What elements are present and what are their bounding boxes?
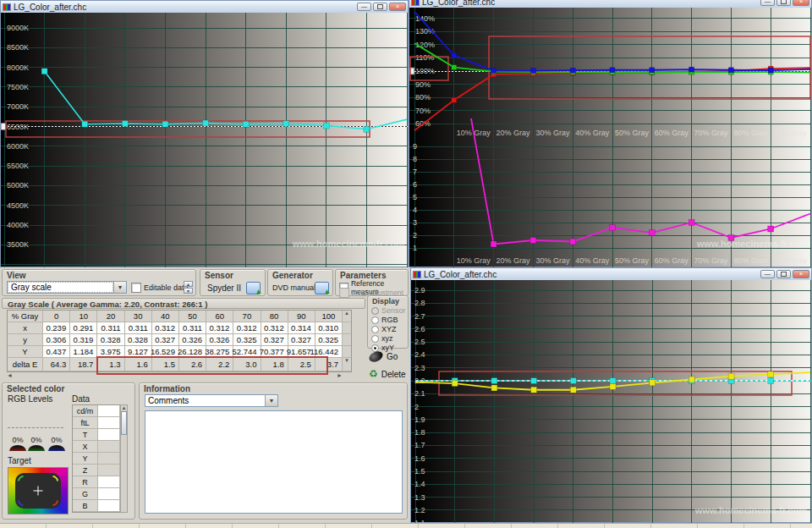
grayscale-cell[interactable]: 0.314 <box>288 322 315 334</box>
grayscale-cell[interactable]: 2.2 <box>206 358 233 371</box>
display-option-rgb[interactable]: RGB <box>371 316 408 324</box>
grayscale-cell[interactable]: 2.6 <box>179 358 206 371</box>
scroll-left-icon[interactable]: ◄ <box>7 372 13 378</box>
grayscale-cell[interactable]: 0.312 <box>206 322 233 334</box>
restore-button[interactable] <box>776 270 791 278</box>
grayscale-cell[interactable]: 1.8 <box>261 358 288 371</box>
grayscale-cell[interactable]: 0.312 <box>261 322 288 334</box>
grayscale-cell[interactable]: 0.312 <box>233 322 261 334</box>
grayscale-cell[interactable]: 3.7 <box>315 358 343 371</box>
grayscale-cell[interactable]: 0.325 <box>315 334 343 346</box>
grayscale-cell[interactable]: 3.975 <box>97 346 124 358</box>
table-scrollbar[interactable] <box>343 346 351 358</box>
grayscale-cell[interactable]: 0.311 <box>125 322 152 334</box>
grayscale-cell[interactable]: 70.377 <box>261 346 288 358</box>
view-dropdown[interactable]: Gray scale ▼ <box>7 281 127 294</box>
grayscale-cell[interactable]: 64.3 <box>43 358 70 371</box>
grayscale-cell[interactable]: 0.326 <box>206 334 233 346</box>
grayscale-cell[interactable]: 0.239 <box>43 322 70 334</box>
axis-label: 90% <box>415 80 431 89</box>
grayscale-table[interactable]: % Gray0102030405060708090100▲x0.2390.291… <box>7 310 352 372</box>
spinner-down-icon[interactable]: ▼ <box>184 288 193 294</box>
spinner-up-icon[interactable]: ▲ <box>184 281 193 287</box>
data-row-value[interactable] <box>98 453 120 465</box>
delete-button[interactable]: ♻ Delete <box>369 369 406 379</box>
display-option-xyz[interactable]: XYZ <box>371 325 408 333</box>
comments-dropdown[interactable]: Comments ▼ <box>145 394 278 407</box>
grayscale-cell[interactable]: 38.275 <box>206 346 233 358</box>
grayscale-cell[interactable]: 0.311 <box>179 322 206 334</box>
close-button[interactable]: × <box>389 3 406 11</box>
grayscale-cell[interactable]: 16.529 <box>152 346 179 358</box>
titlebar[interactable]: LG_Color_after.chc — × <box>1 1 408 14</box>
grayscale-cell[interactable]: 0.325 <box>233 334 261 346</box>
rgb-levels-label: RGB Levels <box>8 394 52 404</box>
grayscale-cell[interactable]: 0.306 <box>43 334 70 346</box>
table-scrollbar[interactable] <box>343 322 351 334</box>
grayscale-cell[interactable]: 1.6 <box>125 358 152 371</box>
grayscale-cell[interactable]: 1.5 <box>152 358 179 371</box>
titlebar[interactable]: LG_Color_after.chc — × <box>411 268 811 281</box>
red-arc-icon <box>45 492 60 508</box>
grayscale-cell[interactable]: 0.327 <box>261 334 288 346</box>
restore-button[interactable] <box>373 3 387 11</box>
table-scrollbar[interactable] <box>343 334 351 346</box>
scroll-right-icon[interactable]: ► <box>337 372 343 378</box>
grayscale-cell[interactable]: 0.328 <box>125 334 152 346</box>
grayscale-cell[interactable]: 0.311 <box>97 322 124 334</box>
grayscale-cell[interactable]: 0.327 <box>288 334 315 346</box>
display-option-xyz[interactable]: xyz <box>371 334 408 343</box>
table-scroll-down-icon[interactable]: ▼ <box>343 358 351 371</box>
comments-textarea[interactable] <box>145 410 403 514</box>
grayscale-cell[interactable]: 0.326 <box>179 334 206 346</box>
grayscale-cell[interactable]: 0.291 <box>70 322 97 334</box>
data-row-value[interactable] <box>98 465 120 476</box>
data-scrollbar[interactable]: ▲ <box>120 404 128 513</box>
chevron-down-icon[interactable]: ▼ <box>113 282 126 293</box>
data-row-value[interactable] <box>98 405 120 417</box>
data-row-label: ftL <box>73 417 98 429</box>
grayscale-cell[interactable]: 26.128 <box>179 346 206 358</box>
data-row-value[interactable] <box>98 476 120 488</box>
rgb-levels-divider <box>8 427 63 428</box>
sensor-config-icon[interactable] <box>246 282 261 294</box>
grayscale-cell[interactable]: 0.312 <box>152 322 179 334</box>
grayscale-cell[interactable]: 2.5 <box>288 358 315 371</box>
axis-label: 2.9 <box>414 286 425 294</box>
grayscale-cell[interactable]: 18.7 <box>70 358 97 371</box>
axis-label: 4 <box>413 206 417 214</box>
generator-config-icon[interactable] <box>315 282 329 294</box>
data-row-value[interactable] <box>98 500 120 512</box>
data-row-value[interactable] <box>98 417 120 429</box>
axis-label: www.homecinema-fr.com <box>292 239 404 249</box>
data-row-value[interactable] <box>98 488 120 500</box>
minimize-button[interactable]: — <box>760 0 775 6</box>
grayscale-cell[interactable]: 0.437 <box>43 346 70 358</box>
data-row-value[interactable] <box>98 441 120 453</box>
grayscale-cell[interactable]: 9.127 <box>125 346 152 358</box>
data-row-value[interactable] <box>98 429 120 441</box>
data-table[interactable]: cd/mftLTXYZRGB <box>72 404 121 513</box>
grayscale-cell[interactable]: 0.319 <box>70 334 97 346</box>
grayscale-cell[interactable]: 1.184 <box>70 346 97 358</box>
view-spinner[interactable]: ▲▼ <box>184 281 193 294</box>
editable-data-checkbox[interactable]: Editable data <box>131 283 189 293</box>
axis-label: 80% <box>415 93 431 102</box>
grayscale-cell[interactable]: 52.744 <box>233 346 261 358</box>
grayscale-cell[interactable]: 116.442 <box>315 346 343 358</box>
go-button[interactable]: Go <box>369 352 398 361</box>
grayscale-cell[interactable]: 1.3 <box>97 358 124 371</box>
restore-button[interactable] <box>776 0 791 6</box>
grayscale-cell[interactable]: 0.327 <box>152 334 179 346</box>
minimize-button[interactable]: — <box>760 270 775 278</box>
data-point-marker <box>768 378 774 384</box>
background-window-edge <box>0 523 812 528</box>
grayscale-cell[interactable]: 0.328 <box>97 334 124 346</box>
minimize-button[interactable]: — <box>357 3 371 11</box>
close-button[interactable]: × <box>793 0 809 6</box>
close-button[interactable]: × <box>793 270 809 278</box>
grayscale-cell[interactable]: 3.0 <box>233 358 261 371</box>
chevron-down-icon[interactable]: ▼ <box>265 395 277 406</box>
table-scroll-up-icon[interactable]: ▲ <box>343 311 351 322</box>
grayscale-cell[interactable]: 0.310 <box>315 322 343 334</box>
